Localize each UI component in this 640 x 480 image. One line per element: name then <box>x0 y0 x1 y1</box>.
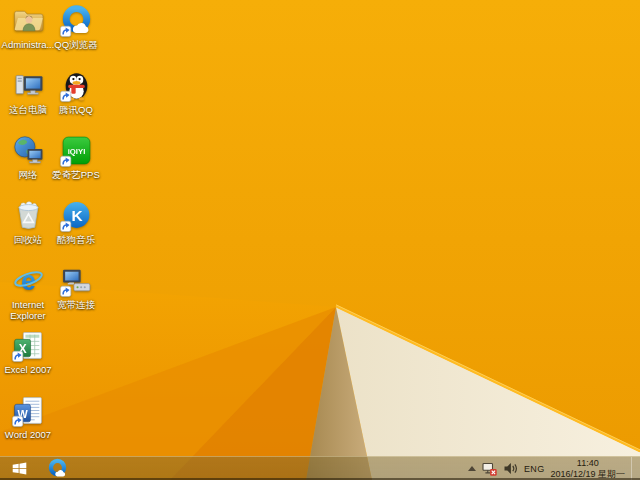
desktop-icon-label: Administra... <box>1 39 55 50</box>
desktop-icon-label: 宽带连接 <box>49 299 103 310</box>
desktop-icon-qq-browser[interactable]: QQ浏览器 <box>49 4 103 50</box>
svg-text:iQIYI: iQIYI <box>67 147 85 156</box>
network-error-icon[interactable] <box>482 461 497 476</box>
desktop-icon-kugou-music[interactable]: K 酷狗音乐 <box>49 199 103 245</box>
desktop-icon-tencent-qq[interactable]: 腾讯QQ <box>49 69 103 115</box>
show-hidden-icons-button[interactable] <box>468 466 476 471</box>
excel-icon: X <box>12 329 45 362</box>
language-indicator[interactable]: ENG <box>524 464 544 474</box>
desktop-icon-iqiyi-pps[interactable]: iQIYI 爱奇艺PPS <box>49 134 103 180</box>
desktop-icon-label: 这台电脑 <box>1 104 55 115</box>
volume-icon[interactable] <box>503 461 518 476</box>
desktop-icon-network[interactable]: 网络 <box>1 134 55 180</box>
desktop-icon-broadband[interactable]: 宽带连接 <box>49 264 103 310</box>
desktop-icon-this-pc[interactable]: 这台电脑 <box>1 69 55 115</box>
desktop-icon-label: QQ浏览器 <box>49 39 103 50</box>
internet-explorer-icon: e <box>12 264 45 297</box>
windows-logo-icon <box>11 460 28 477</box>
qq-browser-icon <box>47 458 68 479</box>
desktop-icon-label: Internet Explorer <box>1 299 55 321</box>
broadband-connection-icon <box>60 264 93 297</box>
desktop-icon-administrator[interactable]: Administra... <box>1 4 55 50</box>
recycle-bin-icon <box>12 199 45 232</box>
taskbar-clock[interactable]: 11:40 2016/12/19 星期一 <box>550 458 625 479</box>
desktop-icon-excel-2007[interactable]: X Excel 2007 <box>1 329 55 375</box>
start-button[interactable] <box>0 457 38 480</box>
desktop-icon-label: 酷狗音乐 <box>49 234 103 245</box>
desktop-icon-internet-explorer[interactable]: e Internet Explorer <box>1 264 55 321</box>
taskbar-pinned-qq-browser[interactable] <box>42 457 72 480</box>
network-globe-icon <box>12 134 45 167</box>
system-tray: ENG 11:40 2016/12/19 星期一 <box>468 457 640 480</box>
user-folder-icon <box>12 4 45 37</box>
desktop-icon-label: 腾讯QQ <box>49 104 103 115</box>
this-pc-icon <box>12 69 45 102</box>
windows-desktop: Administra... 这台电脑 网络 <box>0 0 640 480</box>
desktop-icon-label: 爱奇艺PPS <box>49 169 103 180</box>
desktop-icon-recycle-bin[interactable]: 回收站 <box>1 199 55 245</box>
taskbar: ENG 11:40 2016/12/19 星期一 <box>0 456 640 480</box>
desktop-icon-label: Word 2007 <box>1 429 55 440</box>
clock-date: 2016/12/19 星期一 <box>550 469 625 480</box>
svg-text:K: K <box>71 207 83 224</box>
desktop-icon-label: 网络 <box>1 169 55 180</box>
show-desktop-button[interactable] <box>631 457 636 480</box>
kugou-music-icon: K <box>60 199 93 232</box>
clock-time: 11:40 <box>550 458 625 469</box>
desktop-icon-label: 回收站 <box>1 234 55 245</box>
qq-penguin-icon <box>60 69 93 102</box>
word-icon: W <box>12 394 45 427</box>
qq-browser-icon <box>60 4 93 37</box>
desktop-icon-label: Excel 2007 <box>1 364 55 375</box>
desktop-icon-word-2007[interactable]: W Word 2007 <box>1 394 55 440</box>
iqiyi-pps-icon: iQIYI <box>60 134 93 167</box>
